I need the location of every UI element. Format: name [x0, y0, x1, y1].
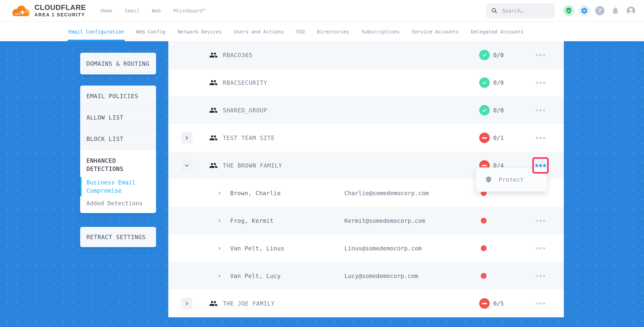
nav-home[interactable]: Home [101, 8, 112, 13]
user-email: Charlie@somedemocorp.com [344, 190, 428, 197]
group-name: SHARED_GROUP [223, 107, 267, 114]
brand-name: CLOUDFLARE [34, 4, 86, 11]
status-protected-badge [479, 105, 490, 115]
status-protected-badge [479, 50, 490, 60]
tab-sso[interactable]: SSO [296, 22, 305, 41]
sidebar-item-label: EMAIL POLICIES [86, 93, 138, 99]
row-menu-button[interactable] [534, 77, 546, 89]
group-icon [209, 51, 218, 59]
sidebar-policies-card: EMAIL POLICIES ALLOW LIST BLOCK LIST ENH… [80, 85, 156, 213]
tab-subscriptions[interactable]: Subscriptions [362, 22, 400, 41]
tab-directories[interactable]: Directories [317, 22, 349, 41]
settings-gear-icon[interactable] [579, 5, 590, 16]
sidebar-item-added-detections[interactable]: Added Detections [86, 200, 156, 207]
tab-users-and-actions[interactable]: Users and Actions [234, 22, 284, 41]
tab-web-config[interactable]: Web Config [136, 22, 166, 41]
group-name: RBACO365 [223, 52, 252, 58]
header-right [486, 3, 644, 18]
table-row: RBACSECURITY 0/0 [168, 69, 564, 96]
search-input[interactable] [502, 7, 549, 14]
user-email: Lucy@somedemocorp.com [344, 273, 418, 279]
top-header: CLOUDFLARE AREA 1 SECURITY Home Email We… [0, 0, 644, 22]
sidebar-item-business-email-compromise[interactable]: Business Email Compromise [80, 177, 142, 196]
expand-user-button[interactable] [217, 273, 222, 278]
status-unprotected-dot [481, 245, 486, 251]
group-icon [209, 161, 218, 170]
status-unprotected-badge [479, 133, 490, 143]
protected-count: 0/0 [493, 107, 504, 114]
menu-item-protect[interactable]: Protect [476, 168, 547, 192]
protected-count: 0/0 [493, 52, 504, 58]
sidebar-item-label: ALLOW LIST [86, 114, 124, 121]
enhanced-detections-title[interactable]: ENHANCED DETECTIONS [86, 157, 133, 173]
sidebar-item-block-list[interactable]: BLOCK LIST [80, 128, 156, 150]
nav-web[interactable]: Web [152, 8, 161, 13]
protected-count: 0/5 [493, 300, 504, 307]
user-name: Van Pelt, Linus [230, 245, 284, 252]
group-icon [209, 106, 218, 114]
protected-count: 0/0 [493, 79, 504, 86]
row-menu-button[interactable] [534, 49, 546, 61]
sidebar-item-allow-list[interactable]: ALLOW LIST [80, 107, 156, 128]
row-menu-button[interactable] [534, 215, 546, 227]
brand-text: CLOUDFLARE AREA 1 SECURITY [34, 4, 86, 17]
nav-email[interactable]: Email [125, 8, 140, 13]
group-icon [209, 78, 218, 87]
group-name: THE JOE FAMILY [223, 300, 275, 307]
help-icon[interactable] [594, 5, 606, 16]
table-row: Van Pelt, Linus Linus@somedemocorp.com [168, 235, 564, 262]
status-unprotected-badge [479, 298, 490, 309]
security-shield-icon[interactable] [563, 5, 574, 16]
table-row: TEST TEAM SITE 0/1 [168, 124, 564, 152]
context-menu: Protect [475, 167, 548, 192]
search-box[interactable] [486, 3, 555, 18]
row-menu-button[interactable] [534, 132, 546, 144]
content-area: DOMAINS & ROUTING EMAIL POLICIES ALLOW L… [0, 41, 644, 327]
tab-network-devices[interactable]: Network Devices [178, 22, 222, 41]
account-avatar-icon[interactable] [625, 5, 636, 16]
expand-user-button[interactable] [217, 191, 222, 196]
group-name: THE BROWN FAMILY [223, 162, 282, 169]
search-icon [491, 7, 498, 14]
collapse-row-button[interactable] [181, 160, 192, 171]
protected-count: 0/1 [493, 135, 504, 141]
tab-delegated-accounts[interactable]: Delegated Accounts [471, 22, 524, 41]
user-name: Brown, Charlie [230, 190, 281, 197]
menu-item-label: Protect [499, 176, 524, 183]
sidebar-item-label: RETRACT SETTINGS [86, 234, 146, 241]
sidebar-section-enhanced-detections: ENHANCED DETECTIONS Business Email Compr… [80, 150, 156, 207]
status-protected-badge [479, 77, 490, 88]
sidebar-item-label: DOMAINS & ROUTING [86, 60, 150, 67]
group-name: TEST TEAM SITE [223, 135, 275, 141]
table-row: SHARED_GROUP 0/0 [168, 96, 564, 124]
top-nav: Home Email Web PhishGuard™ [101, 8, 206, 13]
expand-user-button[interactable] [217, 218, 222, 223]
nav-phishguard[interactable]: PhishGuard™ [173, 8, 206, 13]
cloudflare-cloud-icon [11, 4, 31, 17]
sidebar-item-email-policies[interactable]: EMAIL POLICIES [80, 85, 156, 107]
table-row: RBACO365 0/0 [168, 41, 564, 69]
section-tabbar: Email Configuration Web Config Network D… [0, 22, 644, 41]
row-menu-button[interactable] [534, 242, 546, 254]
sidebar-item-domains-routing[interactable]: DOMAINS & ROUTING [80, 53, 156, 74]
notifications-bell-icon[interactable] [610, 5, 621, 16]
cloudflare-logo: CLOUDFLARE AREA 1 SECURITY [11, 4, 86, 17]
shield-icon [485, 176, 492, 183]
tab-email-configuration[interactable]: Email Configuration [68, 22, 124, 41]
expand-user-button[interactable] [217, 246, 222, 251]
tab-service-accounts[interactable]: Service Accounts [412, 22, 459, 41]
row-menu-button[interactable] [534, 298, 546, 310]
user-name: Van Pelt, Lucy [230, 273, 281, 279]
table-row: THE JOE FAMILY 0/5 [168, 290, 564, 317]
sidebar-item-retract-settings[interactable]: RETRACT SETTINGS [80, 227, 156, 247]
group-icon [209, 134, 218, 142]
row-menu-button[interactable] [534, 270, 546, 282]
user-email: Kermit@somedemocorp.com [344, 217, 425, 224]
expand-row-button[interactable] [181, 298, 192, 309]
user-name: Frog, Kermit [230, 217, 274, 224]
table-row: Frog, Kermit Kermit@somedemocorp.com [168, 207, 564, 235]
user-email: Linus@somedemocorp.com [344, 245, 422, 252]
status-unprotected-dot [481, 273, 486, 279]
expand-row-button[interactable] [181, 132, 192, 143]
row-menu-button[interactable] [534, 104, 546, 116]
